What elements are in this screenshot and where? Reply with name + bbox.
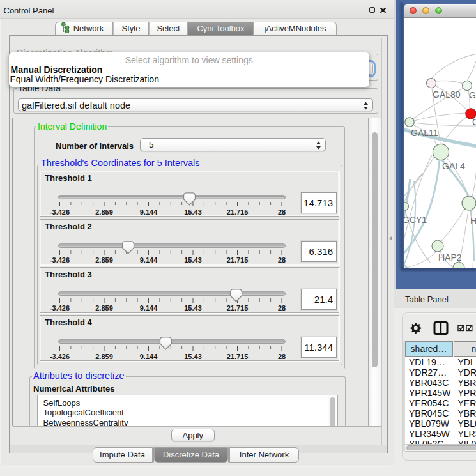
svg-text:GAL80: GAL80 bbox=[433, 89, 461, 100]
svg-text:GCY1: GCY1 bbox=[404, 215, 427, 225]
svg-text:GAL4: GAL4 bbox=[442, 161, 465, 171]
svg-text:C: C bbox=[472, 117, 476, 127]
svg-text:H: H bbox=[470, 216, 476, 226]
svg-text:GA: GA bbox=[469, 90, 476, 100]
svg-text:GAL11: GAL11 bbox=[411, 128, 438, 138]
svg-text:HAP2: HAP2 bbox=[438, 252, 462, 263]
